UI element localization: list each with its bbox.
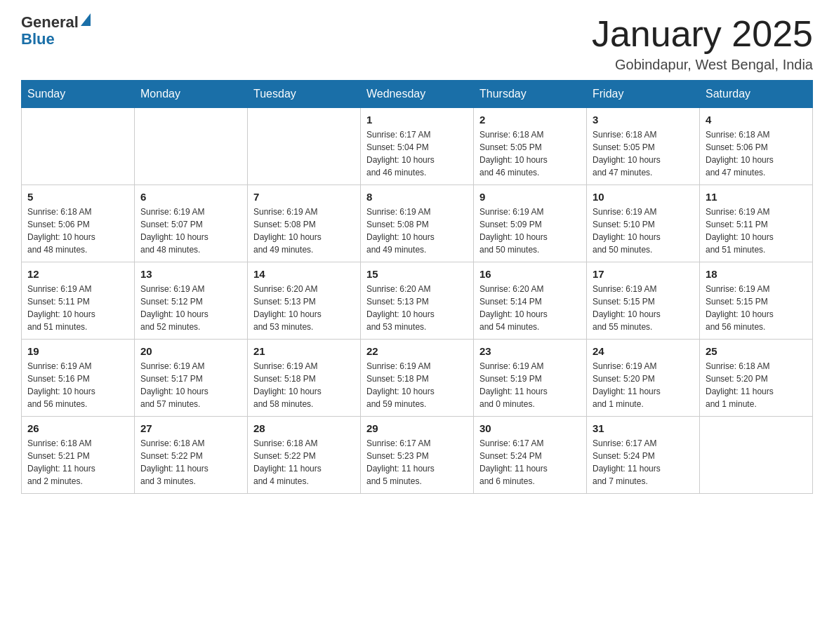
logo-blue: Blue — [21, 30, 55, 48]
table-row — [135, 108, 248, 185]
table-row: 20Sunrise: 6:19 AM Sunset: 5:17 PM Dayli… — [135, 340, 248, 417]
day-number: 27 — [140, 422, 241, 434]
day-info: Sunrise: 6:17 AM Sunset: 5:24 PM Dayligh… — [479, 437, 581, 488]
day-number: 22 — [366, 345, 468, 357]
month-title: January 2025 — [592, 14, 813, 54]
day-info: Sunrise: 6:20 AM Sunset: 5:13 PM Dayligh… — [253, 283, 355, 333]
day-number: 29 — [366, 422, 468, 434]
day-info: Sunrise: 6:19 AM Sunset: 5:07 PM Dayligh… — [140, 206, 241, 256]
table-row: 19Sunrise: 6:19 AM Sunset: 5:16 PM Dayli… — [22, 340, 135, 417]
header-wednesday: Wednesday — [361, 81, 474, 108]
header-monday: Monday — [135, 81, 248, 108]
table-row: 10Sunrise: 6:19 AM Sunset: 5:10 PM Dayli… — [587, 185, 700, 262]
day-number: 10 — [593, 191, 694, 203]
day-number: 14 — [253, 268, 355, 280]
day-number: 11 — [706, 191, 807, 203]
day-number: 17 — [593, 268, 694, 280]
table-row: 27Sunrise: 6:18 AM Sunset: 5:22 PM Dayli… — [135, 417, 248, 494]
day-info: Sunrise: 6:19 AM Sunset: 5:09 PM Dayligh… — [479, 206, 581, 256]
week-row-3: 12Sunrise: 6:19 AM Sunset: 5:11 PM Dayli… — [22, 262, 813, 340]
table-row: 7Sunrise: 6:19 AM Sunset: 5:08 PM Daylig… — [248, 185, 361, 262]
day-number: 7 — [253, 191, 355, 203]
table-row: 6Sunrise: 6:19 AM Sunset: 5:07 PM Daylig… — [135, 185, 248, 262]
day-number: 8 — [366, 191, 468, 203]
day-info: Sunrise: 6:18 AM Sunset: 5:05 PM Dayligh… — [593, 128, 694, 179]
day-info: Sunrise: 6:19 AM Sunset: 5:17 PM Dayligh… — [140, 360, 241, 410]
day-number: 6 — [140, 191, 241, 203]
day-info: Sunrise: 6:18 AM Sunset: 5:21 PM Dayligh… — [27, 437, 128, 488]
day-info: Sunrise: 6:19 AM Sunset: 5:18 PM Dayligh… — [366, 360, 468, 410]
weekday-header-row: Sunday Monday Tuesday Wednesday Thursday… — [22, 81, 813, 108]
day-number: 19 — [27, 345, 128, 357]
table-row: 14Sunrise: 6:20 AM Sunset: 5:13 PM Dayli… — [248, 262, 361, 340]
table-row: 28Sunrise: 6:18 AM Sunset: 5:22 PM Dayli… — [248, 417, 361, 494]
table-row: 5Sunrise: 6:18 AM Sunset: 5:06 PM Daylig… — [22, 185, 135, 262]
day-info: Sunrise: 6:17 AM Sunset: 5:23 PM Dayligh… — [366, 437, 468, 488]
header-friday: Friday — [587, 81, 700, 108]
table-row: 12Sunrise: 6:19 AM Sunset: 5:11 PM Dayli… — [22, 262, 135, 340]
table-row: 1Sunrise: 6:17 AM Sunset: 5:04 PM Daylig… — [361, 108, 474, 185]
day-number: 13 — [140, 268, 241, 280]
day-number: 5 — [27, 191, 128, 203]
day-info: Sunrise: 6:20 AM Sunset: 5:13 PM Dayligh… — [366, 283, 468, 333]
day-number: 21 — [253, 345, 355, 357]
day-info: Sunrise: 6:19 AM Sunset: 5:19 PM Dayligh… — [479, 360, 581, 410]
table-row: 21Sunrise: 6:19 AM Sunset: 5:18 PM Dayli… — [248, 340, 361, 417]
day-number: 31 — [593, 422, 694, 434]
table-row: 26Sunrise: 6:18 AM Sunset: 5:21 PM Dayli… — [22, 417, 135, 494]
table-row: 4Sunrise: 6:18 AM Sunset: 5:06 PM Daylig… — [700, 108, 813, 185]
table-row: 25Sunrise: 6:18 AM Sunset: 5:20 PM Dayli… — [700, 340, 813, 417]
table-row: 11Sunrise: 6:19 AM Sunset: 5:11 PM Dayli… — [700, 185, 813, 262]
table-row: 13Sunrise: 6:19 AM Sunset: 5:12 PM Dayli… — [135, 262, 248, 340]
logo: General Blue — [21, 14, 91, 48]
day-number: 30 — [479, 422, 581, 434]
day-info: Sunrise: 6:19 AM Sunset: 5:11 PM Dayligh… — [706, 206, 807, 256]
table-row: 3Sunrise: 6:18 AM Sunset: 5:05 PM Daylig… — [587, 108, 700, 185]
day-info: Sunrise: 6:19 AM Sunset: 5:10 PM Dayligh… — [593, 206, 694, 256]
day-number: 2 — [479, 114, 581, 126]
day-info: Sunrise: 6:18 AM Sunset: 5:06 PM Dayligh… — [27, 206, 128, 256]
day-info: Sunrise: 6:19 AM Sunset: 5:08 PM Dayligh… — [366, 206, 468, 256]
table-row — [22, 108, 135, 185]
week-row-2: 5Sunrise: 6:18 AM Sunset: 5:06 PM Daylig… — [22, 185, 813, 262]
header-saturday: Saturday — [700, 81, 813, 108]
table-row: 18Sunrise: 6:19 AM Sunset: 5:15 PM Dayli… — [700, 262, 813, 340]
logo-general: General — [21, 13, 79, 31]
header-sunday: Sunday — [22, 81, 135, 108]
day-info: Sunrise: 6:18 AM Sunset: 5:05 PM Dayligh… — [479, 128, 581, 179]
table-row: 9Sunrise: 6:19 AM Sunset: 5:09 PM Daylig… — [474, 185, 587, 262]
calendar-table: Sunday Monday Tuesday Wednesday Thursday… — [21, 80, 813, 494]
day-info: Sunrise: 6:19 AM Sunset: 5:15 PM Dayligh… — [593, 283, 694, 333]
day-number: 1 — [366, 114, 468, 126]
table-row: 24Sunrise: 6:19 AM Sunset: 5:20 PM Dayli… — [587, 340, 700, 417]
day-number: 25 — [706, 345, 807, 357]
day-number: 18 — [706, 268, 807, 280]
day-info: Sunrise: 6:19 AM Sunset: 5:18 PM Dayligh… — [253, 360, 355, 410]
title-area: January 2025 Gobindapur, West Bengal, In… — [592, 14, 813, 73]
day-number: 26 — [27, 422, 128, 434]
week-row-4: 19Sunrise: 6:19 AM Sunset: 5:16 PM Dayli… — [22, 340, 813, 417]
table-row: 29Sunrise: 6:17 AM Sunset: 5:23 PM Dayli… — [361, 417, 474, 494]
day-info: Sunrise: 6:19 AM Sunset: 5:12 PM Dayligh… — [140, 283, 241, 333]
table-row: 15Sunrise: 6:20 AM Sunset: 5:13 PM Dayli… — [361, 262, 474, 340]
day-info: Sunrise: 6:18 AM Sunset: 5:22 PM Dayligh… — [253, 437, 355, 488]
week-row-1: 1Sunrise: 6:17 AM Sunset: 5:04 PM Daylig… — [22, 108, 813, 185]
location-title: Gobindapur, West Bengal, India — [592, 57, 813, 73]
day-number: 4 — [706, 114, 807, 126]
day-number: 12 — [27, 268, 128, 280]
day-number: 20 — [140, 345, 241, 357]
day-info: Sunrise: 6:19 AM Sunset: 5:11 PM Dayligh… — [27, 283, 128, 333]
logo-icon — [81, 13, 91, 26]
day-info: Sunrise: 6:18 AM Sunset: 5:22 PM Dayligh… — [140, 437, 241, 488]
day-number: 24 — [593, 345, 694, 357]
table-row: 8Sunrise: 6:19 AM Sunset: 5:08 PM Daylig… — [361, 185, 474, 262]
day-number: 23 — [479, 345, 581, 357]
day-info: Sunrise: 6:19 AM Sunset: 5:08 PM Dayligh… — [253, 206, 355, 256]
page-header: General Blue January 2025 Gobindapur, We… — [21, 14, 813, 73]
day-number: 15 — [366, 268, 468, 280]
day-number: 3 — [593, 114, 694, 126]
table-row: 17Sunrise: 6:19 AM Sunset: 5:15 PM Dayli… — [587, 262, 700, 340]
week-row-5: 26Sunrise: 6:18 AM Sunset: 5:21 PM Dayli… — [22, 417, 813, 494]
day-info: Sunrise: 6:19 AM Sunset: 5:16 PM Dayligh… — [27, 360, 128, 410]
day-info: Sunrise: 6:19 AM Sunset: 5:20 PM Dayligh… — [593, 360, 694, 410]
